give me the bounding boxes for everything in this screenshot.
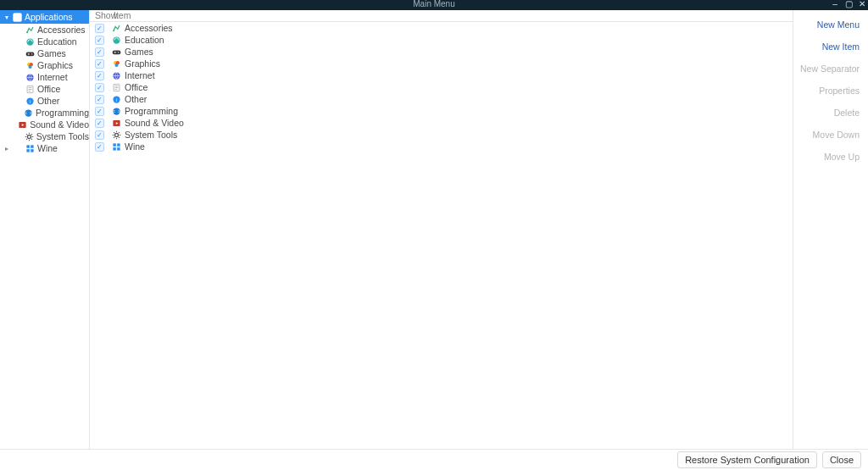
tree-item-label: System Tools bbox=[36, 131, 89, 141]
item-row[interactable]: ✓Education bbox=[90, 34, 793, 46]
tree-item[interactable]: Education bbox=[0, 36, 89, 47]
show-checkbox[interactable]: ✓ bbox=[95, 36, 104, 45]
titlebar: Main Menu – ▢ ✕ bbox=[0, 0, 868, 10]
accessories-icon bbox=[111, 23, 121, 33]
close-icon[interactable]: ✕ bbox=[858, 0, 866, 8]
tree-item[interactable]: Internet bbox=[0, 71, 89, 83]
education-icon bbox=[111, 35, 121, 45]
chevron-right-icon[interactable]: ▸ bbox=[3, 145, 10, 152]
svg-point-26 bbox=[117, 52, 118, 53]
chevron-down-icon[interactable]: ▾ bbox=[3, 14, 10, 21]
svg-point-11 bbox=[28, 64, 31, 68]
tree-item-label: Accessories bbox=[37, 25, 86, 35]
item-label: Graphics bbox=[125, 58, 160, 69]
tree-item-label: Graphics bbox=[37, 60, 73, 70]
wine-icon bbox=[111, 141, 121, 152]
other-icon: i bbox=[25, 97, 35, 106]
show-checkbox[interactable]: ✓ bbox=[95, 71, 104, 80]
items-header: Show Item bbox=[90, 10, 793, 22]
item-row[interactable]: ✓iOther bbox=[90, 93, 793, 105]
actions-pane: New MenuNew ItemNew SeparatorPropertiesD… bbox=[793, 10, 868, 449]
restore-button[interactable]: Restore System Configuration bbox=[677, 451, 817, 468]
tree-item-label: Games bbox=[37, 48, 66, 58]
close-button[interactable]: Close bbox=[822, 451, 861, 468]
item-row[interactable]: ✓Wine bbox=[90, 141, 793, 152]
show-checkbox[interactable]: ✓ bbox=[95, 59, 104, 69]
maximize-icon[interactable]: ▢ bbox=[844, 0, 853, 8]
svg-rect-3 bbox=[14, 18, 17, 20]
show-checkbox[interactable]: ✓ bbox=[95, 83, 104, 92]
tree-item[interactable]: ▸Wine bbox=[0, 142, 89, 154]
show-checkbox[interactable]: ✓ bbox=[95, 95, 104, 104]
item-label: System Tools bbox=[125, 130, 177, 140]
svg-rect-25 bbox=[112, 50, 120, 54]
svg-rect-2 bbox=[18, 14, 20, 17]
item-label: Other bbox=[125, 94, 147, 104]
action-new-menu[interactable]: New Menu bbox=[793, 17, 868, 32]
item-row[interactable]: ✓System Tools bbox=[90, 129, 793, 141]
column-item-header[interactable]: Item bbox=[110, 10, 793, 21]
show-checkbox[interactable]: ✓ bbox=[95, 142, 104, 152]
item-row[interactable]: ✓Programming bbox=[90, 105, 793, 117]
column-show-header[interactable]: Show bbox=[90, 10, 110, 21]
item-row[interactable]: ✓Internet bbox=[90, 69, 793, 81]
programming-icon bbox=[111, 106, 121, 116]
show-checkbox[interactable]: ✓ bbox=[95, 24, 104, 33]
svg-point-36 bbox=[114, 133, 118, 136]
internet-icon bbox=[25, 73, 35, 82]
svg-rect-39 bbox=[113, 147, 115, 150]
action-new-item[interactable]: New Item bbox=[793, 39, 868, 54]
svg-point-23 bbox=[113, 30, 114, 31]
tree-item[interactable]: System Tools bbox=[0, 130, 89, 142]
svg-point-29 bbox=[114, 63, 118, 66]
show-checkbox[interactable]: ✓ bbox=[95, 107, 104, 116]
item-row[interactable]: ✓Games bbox=[90, 46, 793, 58]
tree-item-label: Other bbox=[37, 96, 59, 106]
graphics-icon bbox=[25, 61, 35, 70]
accessories-icon bbox=[25, 25, 35, 35]
tree-item[interactable]: Games bbox=[0, 47, 89, 59]
tree-item-label: Education bbox=[37, 36, 77, 47]
tree-item[interactable]: Graphics bbox=[0, 59, 89, 71]
svg-rect-40 bbox=[117, 147, 120, 150]
tree-item-label: Wine bbox=[37, 143, 58, 153]
show-checkbox[interactable]: ✓ bbox=[95, 119, 104, 128]
svg-rect-7 bbox=[26, 52, 35, 56]
tree-item[interactable]: Accessories bbox=[0, 24, 89, 36]
window-title: Main Menu bbox=[413, 0, 454, 8]
apps-icon bbox=[13, 13, 22, 22]
svg-point-8 bbox=[31, 53, 32, 54]
action-move-down: Move Down bbox=[793, 127, 868, 142]
minimize-icon[interactable]: – bbox=[831, 0, 839, 8]
svg-rect-22 bbox=[31, 149, 33, 152]
media-icon bbox=[18, 120, 27, 130]
main-content: ▾ApplicationsAccessoriesEducationGamesGr… bbox=[0, 10, 868, 449]
item-label: Programming bbox=[125, 106, 178, 116]
item-row[interactable]: ✓Graphics bbox=[90, 58, 793, 69]
action-properties: Properties bbox=[793, 83, 868, 98]
tree-item-label: Programming bbox=[36, 108, 89, 118]
office-icon bbox=[111, 82, 121, 92]
tree-item[interactable]: Office bbox=[0, 83, 89, 95]
tree-item[interactable]: Sound & Video bbox=[0, 119, 89, 130]
tree-root-applications[interactable]: ▾Applications bbox=[0, 10, 89, 24]
action-delete: Delete bbox=[793, 105, 868, 120]
window-controls: – ▢ ✕ bbox=[831, 0, 866, 8]
wine-icon bbox=[25, 144, 35, 153]
svg-rect-1 bbox=[14, 14, 17, 17]
tree-item-label: Internet bbox=[37, 72, 68, 82]
games-icon bbox=[111, 47, 121, 57]
education-icon bbox=[25, 37, 35, 47]
show-checkbox[interactable]: ✓ bbox=[95, 130, 104, 140]
show-checkbox[interactable]: ✓ bbox=[95, 47, 104, 57]
tree-item[interactable]: Programming bbox=[0, 107, 89, 119]
tree-pane: ▾ApplicationsAccessoriesEducationGamesGr… bbox=[0, 10, 90, 449]
item-row[interactable]: ✓Office bbox=[90, 81, 793, 93]
action-new-separator: New Separator bbox=[793, 61, 868, 76]
item-row[interactable]: ✓Sound & Video bbox=[90, 117, 793, 129]
item-row[interactable]: ✓Accessories bbox=[90, 22, 793, 34]
tree-item[interactable]: iOther bbox=[0, 95, 89, 107]
other-icon: i bbox=[111, 94, 121, 104]
item-label: Accessories bbox=[125, 23, 173, 33]
action-move-up: Move Up bbox=[793, 149, 868, 164]
